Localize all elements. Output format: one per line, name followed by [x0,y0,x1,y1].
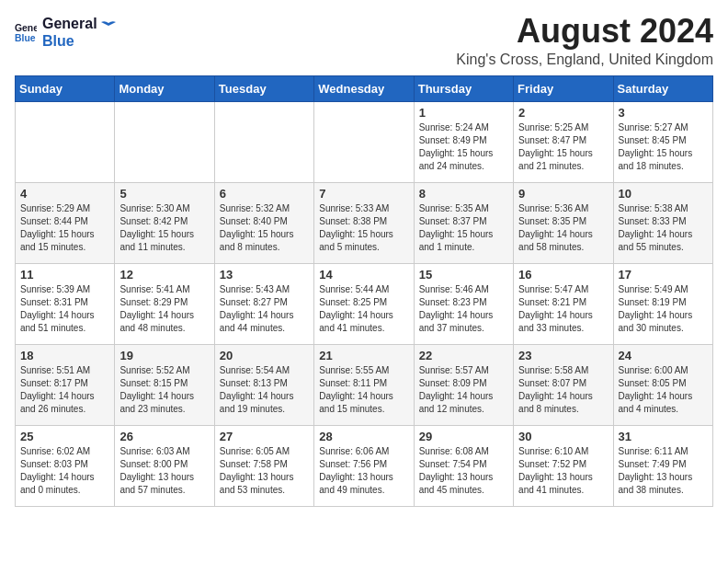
week-row-1: 1Sunrise: 5:24 AM Sunset: 8:49 PM Daylig… [16,102,713,183]
day-number: 16 [518,268,608,282]
week-row-2: 4Sunrise: 5:29 AM Sunset: 8:44 PM Daylig… [16,183,713,264]
calendar-cell: 27Sunrise: 6:05 AM Sunset: 7:58 PM Dayli… [214,426,313,507]
cell-content: Sunrise: 5:35 AM Sunset: 8:37 PM Dayligh… [419,202,508,254]
calendar-cell: 28Sunrise: 6:06 AM Sunset: 7:56 PM Dayli… [314,426,414,507]
day-number: 30 [518,430,608,443]
day-number: 29 [419,430,508,443]
day-number: 27 [220,430,309,443]
week-row-5: 25Sunrise: 6:02 AM Sunset: 8:03 PM Dayli… [16,426,713,507]
page-header: General Blue General Blue August 2024 Ki… [15,15,713,68]
cell-content: Sunrise: 6:08 AM Sunset: 7:54 PM Dayligh… [419,445,508,497]
cell-content: Sunrise: 5:43 AM Sunset: 8:27 PM Dayligh… [220,283,309,335]
header-day-thursday: Thursday [414,76,513,102]
day-number: 22 [419,349,508,362]
location-title: King's Cross, England, United Kingdom [456,52,713,68]
calendar-cell: 2Sunrise: 5:25 AM Sunset: 8:47 PM Daylig… [514,102,613,183]
day-number: 13 [220,268,309,282]
day-number: 1 [419,106,508,120]
cell-content: Sunrise: 5:47 AM Sunset: 8:21 PM Dayligh… [518,283,608,335]
calendar-cell: 20Sunrise: 5:54 AM Sunset: 8:13 PM Dayli… [214,345,313,426]
cell-content: Sunrise: 6:00 AM Sunset: 8:05 PM Dayligh… [619,364,708,416]
week-row-4: 18Sunrise: 5:51 AM Sunset: 8:17 PM Dayli… [16,345,713,426]
calendar-cell: 3Sunrise: 5:27 AM Sunset: 8:45 PM Daylig… [613,102,712,183]
calendar-cell [115,102,214,183]
calendar-table: SundayMondayTuesdayWednesdayThursdayFrid… [15,75,713,507]
cell-content: Sunrise: 5:27 AM Sunset: 8:45 PM Dayligh… [619,121,708,173]
calendar-cell: 8Sunrise: 5:35 AM Sunset: 8:37 PM Daylig… [414,183,513,264]
cell-content: Sunrise: 5:36 AM Sunset: 8:35 PM Dayligh… [518,202,608,254]
day-number: 31 [619,430,708,443]
cell-content: Sunrise: 5:58 AM Sunset: 8:07 PM Dayligh… [518,364,608,416]
day-number: 24 [619,349,708,362]
cell-content: Sunrise: 6:11 AM Sunset: 7:49 PM Dayligh… [619,445,708,497]
logo: General Blue General Blue [15,15,118,50]
day-number: 6 [220,187,309,201]
day-number: 7 [319,187,408,201]
calendar-header: SundayMondayTuesdayWednesdayThursdayFrid… [16,76,713,102]
cell-content: Sunrise: 5:44 AM Sunset: 8:25 PM Dayligh… [319,283,408,335]
day-number: 28 [319,430,408,443]
day-number: 2 [518,106,608,120]
day-number: 12 [119,268,209,282]
day-number: 26 [119,430,209,443]
calendar-cell [214,102,313,183]
day-number: 5 [119,187,209,201]
calendar-cell: 19Sunrise: 5:52 AM Sunset: 8:15 PM Dayli… [115,345,214,426]
calendar-cell: 9Sunrise: 5:36 AM Sunset: 8:35 PM Daylig… [514,183,613,264]
header-day-monday: Monday [115,76,214,102]
cell-content: Sunrise: 5:38 AM Sunset: 8:33 PM Dayligh… [619,202,708,254]
calendar-cell: 25Sunrise: 6:02 AM Sunset: 8:03 PM Dayli… [16,426,115,507]
day-number: 3 [619,106,708,120]
day-number: 23 [518,349,608,362]
calendar-cell: 17Sunrise: 5:49 AM Sunset: 8:19 PM Dayli… [613,264,712,345]
day-number: 11 [20,268,109,282]
day-number: 10 [619,187,708,201]
calendar-cell [16,102,115,183]
calendar-cell: 1Sunrise: 5:24 AM Sunset: 8:49 PM Daylig… [414,102,513,183]
cell-content: Sunrise: 5:29 AM Sunset: 8:44 PM Dayligh… [20,202,109,254]
cell-content: Sunrise: 6:03 AM Sunset: 8:00 PM Dayligh… [119,445,209,497]
cell-content: Sunrise: 5:57 AM Sunset: 8:09 PM Dayligh… [419,364,508,416]
month-title: August 2024 [456,15,713,48]
cell-content: Sunrise: 5:54 AM Sunset: 8:13 PM Dayligh… [220,364,309,416]
cell-content: Sunrise: 6:10 AM Sunset: 7:52 PM Dayligh… [518,445,608,497]
calendar-cell: 7Sunrise: 5:33 AM Sunset: 8:38 PM Daylig… [314,183,414,264]
calendar-cell: 15Sunrise: 5:46 AM Sunset: 8:23 PM Dayli… [414,264,513,345]
cell-content: Sunrise: 5:39 AM Sunset: 8:31 PM Dayligh… [20,283,109,335]
calendar-cell: 10Sunrise: 5:38 AM Sunset: 8:33 PM Dayli… [613,183,712,264]
header-day-sunday: Sunday [16,76,115,102]
header-day-wednesday: Wednesday [314,76,414,102]
logo-bird-icon [99,18,118,37]
calendar-cell: 6Sunrise: 5:32 AM Sunset: 8:40 PM Daylig… [214,183,313,264]
logo-icon: General Blue [15,21,37,43]
day-number: 9 [518,187,608,201]
header-row: SundayMondayTuesdayWednesdayThursdayFrid… [16,76,713,102]
cell-content: Sunrise: 5:33 AM Sunset: 8:38 PM Dayligh… [319,202,408,254]
cell-content: Sunrise: 5:46 AM Sunset: 8:23 PM Dayligh… [419,283,508,335]
day-number: 25 [20,430,109,443]
calendar-cell: 12Sunrise: 5:41 AM Sunset: 8:29 PM Dayli… [115,264,214,345]
calendar-cell: 26Sunrise: 6:03 AM Sunset: 8:00 PM Dayli… [115,426,214,507]
cell-content: Sunrise: 5:24 AM Sunset: 8:49 PM Dayligh… [419,121,508,173]
cell-content: Sunrise: 5:25 AM Sunset: 8:47 PM Dayligh… [518,121,608,173]
day-number: 8 [419,187,508,201]
week-row-3: 11Sunrise: 5:39 AM Sunset: 8:31 PM Dayli… [16,264,713,345]
calendar-cell [314,102,414,183]
calendar-cell: 22Sunrise: 5:57 AM Sunset: 8:09 PM Dayli… [414,345,513,426]
cell-content: Sunrise: 6:06 AM Sunset: 7:56 PM Dayligh… [319,445,408,497]
calendar-cell: 30Sunrise: 6:10 AM Sunset: 7:52 PM Dayli… [514,426,613,507]
day-number: 14 [319,268,408,282]
calendar-cell: 13Sunrise: 5:43 AM Sunset: 8:27 PM Dayli… [214,264,313,345]
calendar-cell: 14Sunrise: 5:44 AM Sunset: 8:25 PM Dayli… [314,264,414,345]
cell-content: Sunrise: 5:32 AM Sunset: 8:40 PM Dayligh… [220,202,309,254]
calendar-cell: 23Sunrise: 5:58 AM Sunset: 8:07 PM Dayli… [514,345,613,426]
cell-content: Sunrise: 5:55 AM Sunset: 8:11 PM Dayligh… [319,364,408,416]
calendar-cell: 24Sunrise: 6:00 AM Sunset: 8:05 PM Dayli… [613,345,712,426]
calendar-cell: 18Sunrise: 5:51 AM Sunset: 8:17 PM Dayli… [16,345,115,426]
cell-content: Sunrise: 5:41 AM Sunset: 8:29 PM Dayligh… [119,283,209,335]
calendar-body: 1Sunrise: 5:24 AM Sunset: 8:49 PM Daylig… [16,102,713,507]
day-number: 17 [619,268,708,282]
cell-content: Sunrise: 5:49 AM Sunset: 8:19 PM Dayligh… [619,283,708,335]
cell-content: Sunrise: 5:51 AM Sunset: 8:17 PM Dayligh… [20,364,109,416]
logo-line1: General [42,15,97,32]
